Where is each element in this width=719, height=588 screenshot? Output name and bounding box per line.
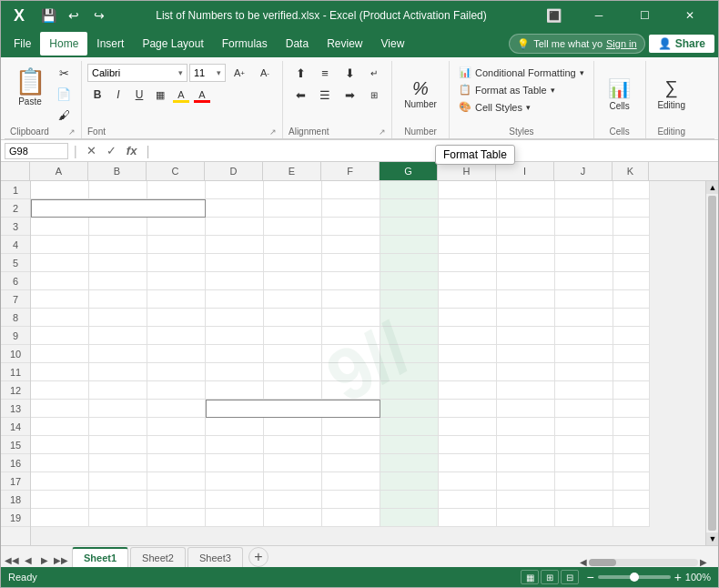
cell-B14[interactable] (89, 418, 147, 436)
cell-K11[interactable] (613, 363, 650, 381)
cell-E16[interactable] (264, 454, 322, 472)
cell-F8[interactable] (322, 309, 380, 327)
row-header-16[interactable]: 16 (1, 454, 30, 472)
cell-G8[interactable] (380, 309, 439, 327)
cell-G4[interactable] (380, 236, 439, 254)
cell-B4[interactable] (89, 236, 147, 254)
cell-C16[interactable] (147, 454, 206, 472)
cell-K18[interactable] (613, 491, 650, 509)
cell-J18[interactable] (555, 491, 613, 509)
cell-J11[interactable] (555, 363, 613, 381)
sheet-nav-next[interactable]: ▶ (37, 553, 52, 567)
redo-quick-button[interactable]: ↪ (88, 5, 110, 26)
h-scroll-thumb[interactable] (589, 559, 616, 566)
row-header-10[interactable]: 10 (1, 345, 30, 363)
col-header-I[interactable]: I (496, 162, 554, 180)
cell-A3[interactable] (31, 218, 89, 236)
cell-D11[interactable] (206, 363, 264, 381)
cell-G9[interactable] (380, 327, 439, 345)
cell-F11[interactable] (322, 363, 380, 381)
cell-F6[interactable] (322, 272, 380, 290)
cell-K1[interactable] (613, 181, 650, 199)
row-header-9[interactable]: 9 (1, 327, 30, 345)
cell-K9[interactable] (613, 327, 650, 345)
cell-I2[interactable] (497, 199, 555, 218)
cell-I19[interactable] (497, 509, 555, 527)
cell-I13[interactable] (497, 400, 555, 418)
cell-D16[interactable] (206, 454, 264, 472)
cell-E19[interactable] (264, 509, 322, 527)
col-header-B[interactable]: B (88, 162, 147, 180)
cell-I16[interactable] (497, 454, 555, 472)
cell-H17[interactable] (439, 472, 497, 491)
cell-K16[interactable] (613, 454, 650, 472)
cell-D7[interactable] (206, 290, 264, 309)
cell-D2[interactable] (206, 199, 264, 218)
cell-C8[interactable] (147, 309, 206, 327)
cell-I10[interactable] (497, 345, 555, 363)
cell-J16[interactable] (555, 454, 613, 472)
cell-G5[interactable] (380, 254, 439, 272)
merge-cells-button[interactable]: ⊞ (362, 85, 386, 105)
underline-button[interactable]: U (129, 85, 149, 105)
cell-J6[interactable] (555, 272, 613, 290)
cell-K4[interactable] (613, 236, 650, 254)
cell-K2[interactable] (613, 199, 650, 218)
cell-A8[interactable] (31, 309, 89, 327)
row-header-3[interactable]: 3 (1, 218, 30, 236)
cell-B8[interactable] (89, 309, 147, 327)
row-header-2[interactable]: 2 (1, 199, 30, 218)
font-name-select[interactable]: Calibri▾ (87, 64, 187, 82)
cell-I9[interactable] (497, 327, 555, 345)
cell-C15[interactable] (147, 436, 206, 454)
sheet-tab-sheet1[interactable]: Sheet1 (72, 547, 128, 567)
cell-J19[interactable] (555, 509, 613, 527)
cell-A12[interactable] (31, 381, 89, 400)
row-header-15[interactable]: 15 (1, 436, 30, 454)
cell-K6[interactable] (613, 272, 650, 290)
cell-I4[interactable] (497, 236, 555, 254)
cell-F7[interactable] (322, 290, 380, 309)
cell-J2[interactable] (555, 199, 613, 218)
cell-E11[interactable] (264, 363, 322, 381)
zoom-slider-thumb[interactable] (630, 573, 639, 582)
cell-K17[interactable] (613, 472, 650, 491)
align-left-button[interactable]: ⬅ (289, 85, 312, 105)
cell-H4[interactable] (439, 236, 497, 254)
cell-G7[interactable] (380, 290, 439, 309)
cell-I12[interactable] (497, 381, 555, 400)
cell-H5[interactable] (439, 254, 497, 272)
row-header-12[interactable]: 12 (1, 381, 30, 400)
cell-J4[interactable] (555, 236, 613, 254)
cell-G13[interactable] (380, 400, 439, 418)
options-button[interactable]: 🔳 (532, 1, 574, 30)
cell-I1[interactable] (497, 181, 555, 199)
border-button[interactable]: ▦ (150, 85, 170, 105)
vertical-scrollbar[interactable]: ▲ ▼ (705, 181, 718, 545)
cell-K12[interactable] (613, 381, 650, 400)
zoom-in-button[interactable]: + (674, 570, 682, 584)
row-header-11[interactable]: 11 (1, 363, 30, 381)
cell-B11[interactable] (89, 363, 147, 381)
cell-E9[interactable] (264, 327, 322, 345)
cell-K10[interactable] (613, 345, 650, 363)
sheet-tab-sheet2[interactable]: Sheet2 (130, 547, 186, 567)
cell-I18[interactable] (497, 491, 555, 509)
cell-B16[interactable] (89, 454, 147, 472)
normal-view-button[interactable]: ▦ (521, 570, 539, 584)
cell-B1[interactable] (89, 181, 147, 199)
cell-A11[interactable] (31, 363, 89, 381)
number-format-button[interactable]: % Number (398, 68, 443, 119)
col-header-K[interactable]: K (613, 162, 649, 180)
cell-D3[interactable] (206, 218, 264, 236)
cell-G14[interactable] (380, 418, 439, 436)
cell-D1[interactable] (206, 181, 264, 199)
sheet-nav-first[interactable]: ◀◀ (5, 553, 19, 567)
font-size-select[interactable]: 11▾ (189, 64, 226, 82)
sheet-nav-prev[interactable]: ◀ (21, 553, 35, 567)
cell-J3[interactable] (555, 218, 613, 236)
clipboard-expand-icon[interactable]: ↗ (68, 127, 76, 137)
cell-I5[interactable] (497, 254, 555, 272)
cell-F12[interactable] (322, 381, 380, 400)
row-header-7[interactable]: 7 (1, 290, 30, 309)
